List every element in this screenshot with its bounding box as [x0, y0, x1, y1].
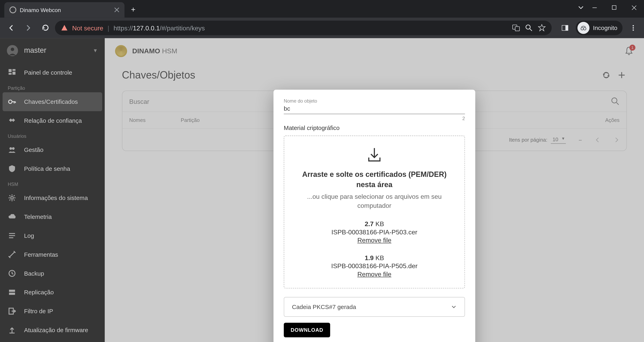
list-icon: [8, 231, 16, 240]
sidebar-item-keys[interactable]: Chaves/Certificados: [2, 92, 102, 111]
zoom-icon[interactable]: [525, 24, 533, 32]
svg-rect-15: [9, 73, 12, 75]
sidebar-item-label: Relação de confiança: [24, 117, 82, 124]
new-tab-button[interactable]: +: [131, 5, 136, 14]
pkcs7-accordion[interactable]: Cadeia PKCS#7 gerada: [284, 297, 465, 316]
sidebar-item-system-info[interactable]: Informações do sistema: [0, 188, 105, 208]
svg-point-17: [9, 100, 12, 104]
tab-list-dropdown-icon[interactable]: [578, 4, 584, 10]
dashboard-icon: [8, 68, 16, 77]
sidebar-item-backup[interactable]: Backup: [0, 264, 105, 283]
file-name: ISPB-00038166-PIA-P503.cer: [293, 228, 456, 236]
sidebar-item-tls[interactable]: TLS Bundle: [0, 340, 105, 342]
svg-rect-23: [9, 293, 15, 295]
server-icon: [8, 288, 16, 296]
history-icon: [8, 269, 16, 278]
gear-icon: [8, 194, 16, 202]
accordion-label: Cadeia PKCS#7 gerada: [292, 303, 356, 310]
sidebar-item-label: Ferramentas: [24, 251, 58, 258]
download-button[interactable]: DOWNLOAD: [284, 322, 330, 337]
sidebar-item-label: Replicação: [24, 289, 54, 296]
svg-point-3: [526, 25, 530, 29]
chevron-down-icon: ▼: [93, 48, 98, 54]
chevron-down-icon: [451, 304, 457, 310]
forward-button[interactable]: [20, 20, 36, 36]
sidebar-item-label: Informações do sistema: [24, 194, 88, 201]
tab-title: Dinamo Webcon: [20, 7, 61, 13]
remove-file-link[interactable]: Remove file: [293, 236, 456, 244]
svg-rect-2: [515, 26, 520, 31]
section-hsm: HSM: [0, 178, 105, 188]
sidebar-item-tools[interactable]: Ferramentas: [0, 245, 105, 264]
close-tab-icon[interactable]: [114, 7, 119, 12]
sidebar-item-label: Painel de controle: [24, 69, 72, 76]
exit-icon: [8, 307, 16, 316]
sidebar-item-telemetry[interactable]: Telemetria: [0, 207, 105, 226]
object-name-counter: 2: [284, 116, 465, 121]
menu-icon[interactable]: [626, 20, 640, 35]
svg-point-8: [632, 25, 634, 26]
sidebar: master ▼ Painel de controle Partição Cha…: [0, 38, 105, 342]
user-menu[interactable]: master ▼: [0, 38, 105, 63]
reload-button[interactable]: [38, 20, 53, 36]
object-name-input[interactable]: [284, 104, 465, 114]
upload-icon: [8, 326, 16, 334]
close-window-button[interactable]: [624, 0, 644, 16]
sidebar-item-replication[interactable]: Replicação: [0, 283, 105, 302]
handshake-icon: [8, 116, 16, 125]
file-item: 2.7 KB ISPB-00038166-PIA-P503.cer Remove…: [293, 220, 456, 244]
svg-point-10: [632, 29, 634, 30]
sidebar-item-label: Filtro de IP: [24, 308, 53, 315]
shield-icon: [8, 164, 16, 173]
file-size: 2.7 KB: [293, 220, 456, 227]
file-item: 1.9 KB ISPB-00038166-PIA-P505.der Remove…: [293, 254, 456, 278]
key-icon: [8, 97, 16, 106]
sidebar-item-label: Chaves/Certificados: [24, 98, 78, 105]
svg-point-7: [584, 28, 586, 30]
bookmark-icon[interactable]: [538, 24, 546, 32]
svg-rect-0: [612, 6, 616, 10]
browser-tab[interactable]: Dinamo Webcon: [4, 2, 124, 18]
translate-icon[interactable]: [512, 24, 520, 32]
sidebar-item-dashboard[interactable]: Painel de controle: [0, 63, 105, 82]
download-icon: [365, 146, 384, 164]
sidebar-item-users[interactable]: Gestão: [0, 140, 105, 159]
svg-rect-13: [9, 69, 12, 72]
sidebar-item-label: Gestão: [24, 146, 43, 153]
minimize-button[interactable]: [585, 0, 604, 16]
user-icon: [7, 45, 18, 56]
url-text: https://127.0.0.1/#/partition/keys: [114, 24, 205, 32]
user-name: master: [24, 46, 87, 55]
security-status: Not secure: [72, 24, 103, 32]
section-particao: Partição: [0, 82, 105, 92]
file-name: ISPB-00038166-PIA-P505.der: [293, 262, 456, 270]
import-modal: Nome do objeto 2 Material criptográfico …: [274, 90, 475, 342]
favicon-icon: [10, 6, 16, 13]
sidebar-item-password-policy[interactable]: Política de senha: [0, 159, 105, 178]
svg-point-20: [11, 196, 13, 199]
maximize-button[interactable]: [604, 0, 624, 16]
users-icon: [8, 146, 16, 154]
sidebar-item-label: Log: [24, 232, 34, 239]
dropzone-title: Arraste e solte os certificados (PEM/DER…: [293, 170, 456, 190]
remove-file-link[interactable]: Remove file: [293, 270, 456, 278]
tools-icon: [8, 250, 16, 259]
sidebar-item-log[interactable]: Log: [0, 226, 105, 245]
warning-icon: [61, 24, 68, 32]
incognito-label: Incognito: [593, 24, 617, 32]
incognito-icon: [578, 22, 590, 34]
section-usuarios: Usuários: [0, 130, 105, 140]
sidebar-item-ip-filter[interactable]: Filtro de IP: [0, 302, 105, 321]
sidebar-item-trust[interactable]: Relação de confiança: [0, 111, 105, 130]
incognito-badge[interactable]: Incognito: [576, 20, 622, 35]
sidebar-item-label: Backup: [24, 270, 44, 277]
side-panel-icon[interactable]: [558, 20, 572, 35]
sidebar-item-label: Telemetria: [24, 213, 52, 220]
object-name-label: Nome do objeto: [284, 98, 465, 104]
svg-rect-14: [12, 69, 16, 71]
dropzone[interactable]: Arraste e solte os certificados (PEM/DER…: [284, 136, 465, 288]
address-bar[interactable]: Not secure | https://127.0.0.1/#/partiti…: [55, 20, 552, 35]
sidebar-item-firmware[interactable]: Atualização de firmware: [0, 321, 105, 340]
svg-point-6: [581, 28, 584, 30]
back-button[interactable]: [4, 20, 19, 36]
